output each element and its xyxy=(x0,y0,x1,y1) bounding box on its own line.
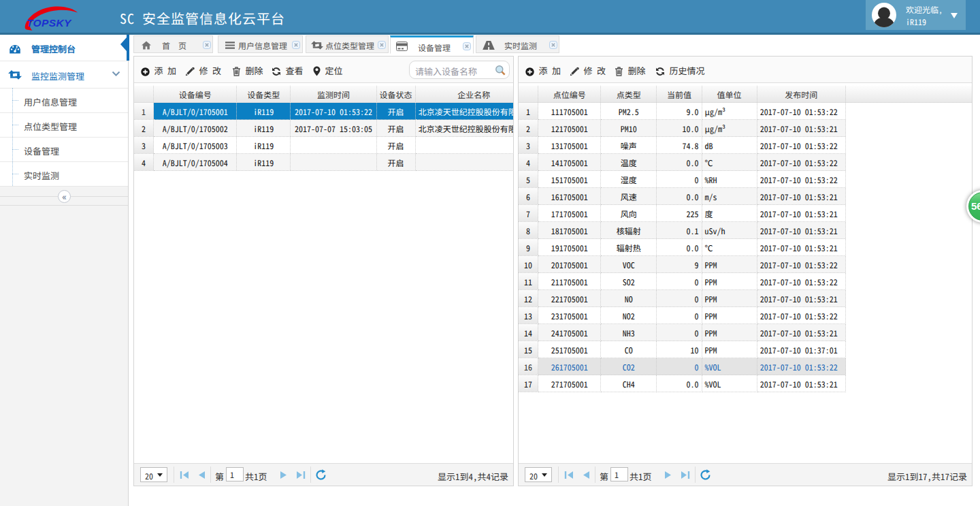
svg-text:TOPSKY: TOPSKY xyxy=(27,17,72,29)
